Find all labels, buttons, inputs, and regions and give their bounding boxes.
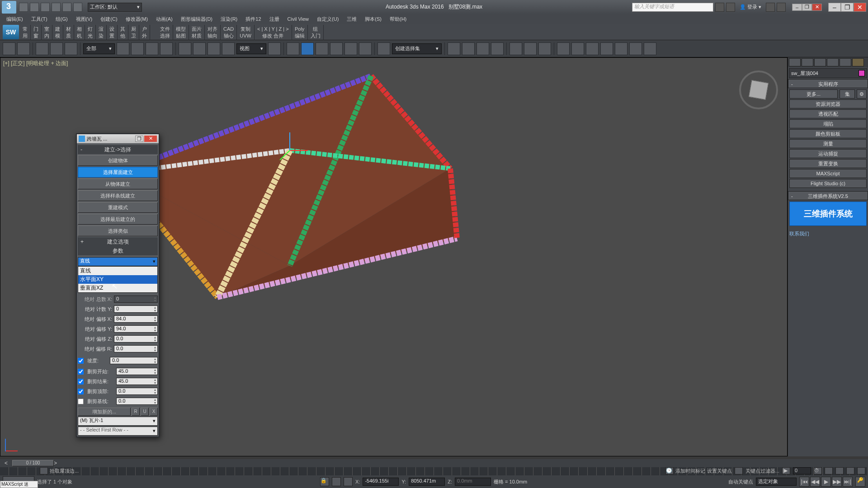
rollout-utilities[interactable]: -实用程序 xyxy=(788,79,868,88)
more-button[interactable]: 更多... xyxy=(789,89,838,99)
manipulate-icon[interactable] xyxy=(287,42,299,55)
qat-redo-icon[interactable] xyxy=(62,3,71,12)
util-button[interactable]: 运动捕捉 xyxy=(789,149,867,158)
time-slider-thumb[interactable]: 0 / 100 xyxy=(12,460,54,466)
dlg-btn[interactable]: 创建物体 xyxy=(78,155,158,166)
util-button[interactable]: MAXScript xyxy=(789,169,867,178)
slope-check[interactable] xyxy=(78,358,84,364)
play-icon[interactable]: ▶ xyxy=(821,477,831,487)
menu-三维[interactable]: 三维 xyxy=(343,15,360,23)
util-button[interactable]: 塌陷 xyxy=(789,119,867,128)
timestamp-icon[interactable]: 🕒 xyxy=(665,467,674,474)
isolate-icon[interactable] xyxy=(332,477,341,486)
cut-spinner[interactable]: 0.0 xyxy=(116,398,158,405)
cut-spinner[interactable]: 45.0 xyxy=(116,368,158,375)
move-icon[interactable] xyxy=(179,42,191,55)
coord-x[interactable]: -5469.155i xyxy=(363,478,399,486)
qat-new-icon[interactable] xyxy=(19,3,28,12)
cut-check[interactable] xyxy=(78,399,84,404)
row-select-combo[interactable]: - - Select First Row - - xyxy=(78,427,158,436)
create-tab[interactable] xyxy=(789,58,801,66)
ribbon-tab2[interactable]: 文件选择 xyxy=(157,25,173,40)
render-icon[interactable] xyxy=(586,42,599,55)
motion-tab[interactable] xyxy=(827,58,839,66)
ref-coord-icon[interactable] xyxy=(222,42,235,55)
ribbon-tab[interactable]: 户外 xyxy=(139,25,150,40)
help-search-input[interactable]: 输入关键字或短语 xyxy=(632,3,713,12)
goto-frame-icon[interactable]: |▶ xyxy=(782,467,790,474)
line-type-combo[interactable]: 直线 xyxy=(78,257,158,266)
ribbon-tab[interactable]: 相机 xyxy=(74,25,85,40)
select-by-name-icon[interactable] xyxy=(131,42,144,55)
modify-tab[interactable] xyxy=(802,58,813,66)
render-setup-icon[interactable] xyxy=(557,42,570,55)
prev-frame-icon[interactable]: ◀◀ xyxy=(810,477,820,487)
add-new-button[interactable]: 增加新的... xyxy=(78,408,131,416)
frame-spinner[interactable]: 0 xyxy=(793,467,811,474)
setkey-button[interactable]: 设置关键点 xyxy=(707,468,732,474)
dlg-btn[interactable]: 选择样条线建立 xyxy=(78,190,158,201)
goto-end-icon[interactable]: ⏭| xyxy=(843,477,853,487)
ribbon-tab[interactable]: 建模 xyxy=(52,25,63,40)
menu-视图(V)[interactable]: 视图(V) xyxy=(72,15,96,23)
time-slider[interactable]: < 0 / 100 > xyxy=(0,459,868,467)
dlg-btn[interactable]: 选择类似 xyxy=(78,225,158,236)
ribbon-tab[interactable]: 常用 xyxy=(20,25,31,40)
mdi-close-button[interactable]: ✕ xyxy=(812,4,822,11)
login-link[interactable]: 👤 登录 ▾ xyxy=(737,4,764,10)
dialog-close-button[interactable]: ✕ xyxy=(144,136,157,142)
menu-插件12[interactable]: 插件12 xyxy=(242,15,264,23)
exchange-icon[interactable] xyxy=(766,3,775,12)
workspace-dropdown[interactable]: 工作区: 默认▾ xyxy=(88,3,142,12)
nav-max-icon[interactable] xyxy=(857,467,865,474)
render-prod-icon[interactable] xyxy=(629,42,642,55)
cut-check[interactable] xyxy=(78,379,84,385)
util-button[interactable]: 透视匹配 xyxy=(789,109,867,118)
ribbon-toggle-icon[interactable] xyxy=(491,42,504,55)
menu-Civil View[interactable]: Civil View xyxy=(284,15,312,23)
qat-link-icon[interactable] xyxy=(73,3,82,12)
dialog-maximize-button[interactable]: ❐ xyxy=(135,136,143,142)
menu-创建(C)[interactable]: 创建(C) xyxy=(97,15,121,23)
lock-icon[interactable]: 🔒 xyxy=(320,477,329,486)
menu-修改器(M)[interactable]: 修改器(M) xyxy=(122,15,152,23)
param-spinner[interactable]: 0.0 xyxy=(114,345,158,352)
time-config-icon[interactable]: ⏱ xyxy=(814,467,822,474)
dlg-btn[interactable]: 选择最后建立的 xyxy=(78,214,158,225)
display-tab[interactable] xyxy=(840,58,851,66)
dialog-titlebar[interactable]: 跨墙瓦 ... ❐ ✕ xyxy=(77,134,159,143)
key-tag-icon[interactable] xyxy=(735,467,743,474)
scale-icon[interactable] xyxy=(208,42,220,55)
ribbon-tab2[interactable]: CAD轴心 xyxy=(221,25,237,40)
minimize-button[interactable]: – xyxy=(828,3,841,12)
menu-图形编辑器(D)[interactable]: 图形编辑器(D) xyxy=(177,15,216,23)
angle-snap-icon[interactable] xyxy=(316,42,328,55)
raytrace-icon[interactable] xyxy=(600,42,613,55)
add-r-button[interactable]: R xyxy=(132,408,140,416)
infocenter-icon[interactable] xyxy=(715,3,724,12)
tile-combo[interactable]: (M) 瓦片-1 xyxy=(78,417,158,426)
ribbon-tab[interactable]: 渲染 xyxy=(96,25,107,40)
util-button[interactable]: 资源浏览器 xyxy=(789,99,867,108)
add-timestamp[interactable]: 添加时间标记 xyxy=(675,468,705,474)
viewport-label[interactable]: [+] [正交] [明暗处理 + 边面] xyxy=(3,60,68,67)
menu-动画(A)[interactable]: 动画(A) xyxy=(152,15,176,23)
nav-zoom-icon[interactable] xyxy=(835,467,844,474)
menu-编辑(E)[interactable]: 编辑(E) xyxy=(3,15,27,23)
maxscript-listener[interactable]: MAXScript 迷 xyxy=(0,481,38,488)
menu-脚本(S)[interactable]: 脚本(S) xyxy=(361,15,385,23)
param-spinner[interactable]: 94.0 xyxy=(114,325,158,333)
dlg-btn[interactable]: 重建模式 xyxy=(78,202,158,213)
spinner-snap-icon[interactable] xyxy=(344,42,357,55)
dialog-roll-options[interactable]: +建立选项 xyxy=(78,237,158,246)
rect-select-icon[interactable] xyxy=(146,42,158,55)
add-u-button[interactable]: U xyxy=(141,408,149,416)
ribbon-tab[interactable]: 厨卫 xyxy=(128,25,139,40)
rollout-plugin[interactable]: -三维插件系统V2.5 xyxy=(788,191,868,200)
ribbon-tab2[interactable]: 复制UVW xyxy=(237,25,255,40)
opt-line[interactable]: 直线 xyxy=(78,267,157,275)
ribbon-tab2[interactable]: Poly编辑 xyxy=(292,25,308,40)
use-pivot-icon[interactable] xyxy=(268,42,281,55)
cut-spinner[interactable]: 0.0 xyxy=(116,388,158,395)
opt-plane-xz[interactable]: 垂直面XZ xyxy=(78,284,157,292)
